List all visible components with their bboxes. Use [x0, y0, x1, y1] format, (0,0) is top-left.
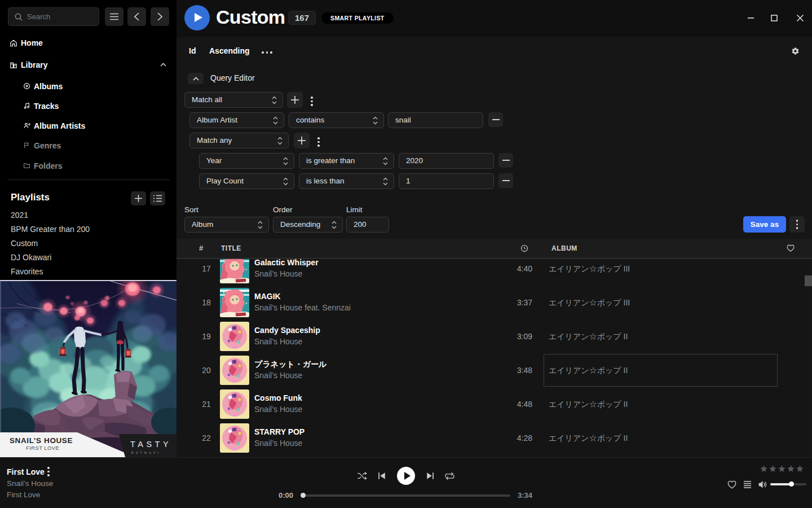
svg-text:BSTMAXI: BSTMAXI — [131, 451, 161, 454]
svg-text:FIRST LOVE: FIRST LOVE — [26, 445, 59, 451]
svg-text:SNAIL’S HOUSE: SNAIL’S HOUSE — [10, 436, 73, 445]
svg-text:TASTY: TASTY — [130, 440, 171, 449]
